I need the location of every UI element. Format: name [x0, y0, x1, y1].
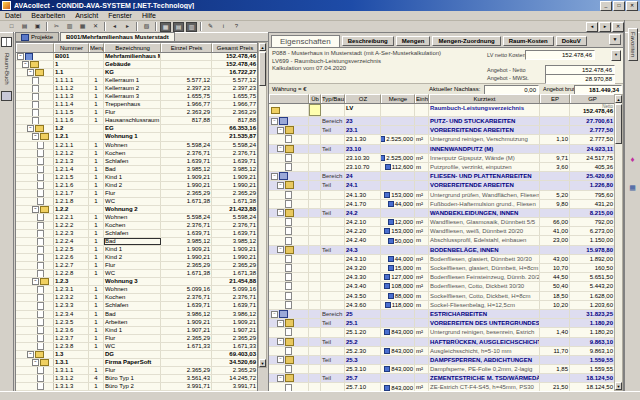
project-tab-2[interactable]: B001/Mehrfamilienhaus Musterstadt: [60, 32, 175, 41]
table-row[interactable]: 1.2.2.11Wohnen5.598,245.598,24: [16, 214, 257, 222]
grid-view-3-icon[interactable]: ▥: [186, 22, 197, 32]
expander-icon[interactable]: −: [27, 125, 34, 132]
lv-row[interactable]: 24.1.7044,000m²Fußboden-Haftemulsion gru…: [269, 200, 614, 209]
table-row[interactable]: 1.2.2.41Bad3.985,123.985,12: [16, 238, 257, 246]
forward-icon[interactable]: ▸: [122, 22, 133, 31]
lv-row[interactable]: −Teil24.1VORBEREITENDE ARBEITEN1.226,80: [269, 181, 614, 190]
lv-row[interactable]: 24.1.30153,000m²Untergrund prüfen, Wandf…: [269, 191, 614, 200]
lv-row[interactable]: −Bereich25ESTRICHARBEITEN31.823,25: [269, 310, 614, 319]
lv-row[interactable]: 24.2.4050,000mAbschlussprofil, Edelstahl…: [269, 236, 614, 245]
lv-row[interactable]: LVRaumbuch-LeistungsverzeichnisNetto152.…: [269, 104, 614, 117]
tab-mengen-zuordnung[interactable]: Mengen-Zuordnung: [432, 36, 500, 46]
table-row[interactable]: 1.2.2.61Kind 21.990,211.990,21: [16, 254, 257, 262]
expander-icon[interactable]: −: [277, 320, 284, 327]
maximize-button[interactable]: □: [613, 1, 625, 11]
table-row[interactable]: 1.2.2.21Kochen2.376,712.376,71: [16, 222, 257, 230]
column-header-kurztext[interactable]: Kurztext: [429, 94, 540, 103]
close-button[interactable]: ✕: [626, 1, 638, 11]
column-header-ep[interactable]: EP: [540, 94, 570, 103]
help-icon[interactable]: ?: [231, 22, 242, 31]
table-row[interactable]: −B001Mehrfamilienhaus Musterstadt152.478…: [16, 53, 257, 61]
table-row[interactable]: 1.2.3.71Flur2.365,292.365,29: [16, 335, 257, 343]
expander-icon[interactable]: −: [277, 145, 284, 152]
delete-icon[interactable]: ✕: [90, 22, 101, 31]
table-row[interactable]: 1.2.2.31Schlafen1.639,711.639,71: [16, 230, 257, 238]
table-row[interactable]: 1.2.1.51Kind 11.909,211.909,21: [16, 174, 257, 182]
menu-datei[interactable]: Datei: [0, 12, 26, 19]
table-row[interactable]: 1.3.1.31Büro Typ 23.991,713.991,71: [16, 383, 257, 391]
lv-row[interactable]: 24.3.1044,000m²Bodenfliesen, glasiert, D…: [269, 255, 614, 264]
lv-row[interactable]: −Teil25.3DAMPFSPERREN, ABDICHTUNGEN1.559…: [269, 356, 614, 365]
expander-icon[interactable]: −: [32, 206, 39, 213]
save-icon[interactable]: ▣: [32, 22, 43, 31]
table-row[interactable]: 1.2.3.61Kind 11.907,211.907,21: [16, 327, 257, 335]
column-header-tree[interactable]: [269, 94, 309, 103]
table-row[interactable]: −1.3.1Firma PaperSoft34.520,69: [16, 359, 257, 367]
grid-view-2-icon[interactable]: ▤: [173, 22, 184, 32]
table-row[interactable]: 1.2.1.21Kochen2.376,712.376,71: [16, 150, 257, 158]
table-row[interactable]: −1.1KG16.722,27: [16, 69, 257, 77]
lv-row[interactable]: 24.3.5088,000mSockelfliesen, Cotto, Dick…: [269, 292, 614, 301]
menu-bearbeiten[interactable]: Bearbeiten: [26, 12, 70, 19]
column-header-typ[interactable]: Typ/Bau: [321, 94, 345, 103]
column-header-einzelpreis[interactable]: Einzel Preis: [161, 43, 212, 52]
filter-icon[interactable]: ▧: [141, 22, 152, 31]
table-row[interactable]: −1.2.3Wohnung 321.454,88: [16, 278, 257, 286]
column-header-tree[interactable]: [16, 43, 54, 52]
lv-row[interactable]: 23.1.302.525,000m²Untergrund reinigen, V…: [269, 135, 614, 144]
table-row[interactable]: −1.2.2Wohnung 221.423,88: [16, 206, 257, 214]
menu-hilfe[interactable]: Hilfe: [137, 12, 161, 19]
grid-icon[interactable]: ▦: [629, 184, 636, 192]
expander-icon[interactable]: −: [27, 351, 34, 358]
table-row[interactable]: 1.2.1.11Wohnen5.598,245.598,24: [16, 142, 257, 150]
column-header-einh[interactable]: Einh.: [415, 94, 429, 103]
lv-row[interactable]: 25.3.10843,000m²Dampfsperre, PE-Folie 0,…: [269, 365, 614, 374]
title-bar[interactable]: AVAcollect - CONDID-AVA-SYSTEM [.NET-Tec…: [0, 0, 640, 11]
expander-icon[interactable]: −: [271, 173, 278, 180]
lv-row[interactable]: −Teil23.1VORBEREITENDE ARBEITEN2.777,50: [269, 126, 614, 135]
table-row[interactable]: 1.1.1.11Kellerraum 15.577,125.577,12: [16, 77, 257, 85]
lv-row[interactable]: 24.3.2015,000mSockelfliesen, glasiert, D…: [269, 264, 614, 273]
expander-icon[interactable]: −: [32, 359, 39, 366]
table-row[interactable]: 1.1.1.51Flur2.363,292.363,29: [16, 109, 257, 117]
lv-row[interactable]: 25.1.20843,000m²Untergrund reinigen, bes…: [269, 328, 614, 337]
lv-row[interactable]: −Teil25.1VORBEREITEN DES UNTERGRUNDES1.1…: [269, 319, 614, 328]
column-header-gesamtpreis[interactable]: Gesamt Preis: [212, 43, 257, 52]
lv-row[interactable]: −Teil25.2HAFTBRÜCKEN, AUSGLEICHSCHICHTEN…: [269, 338, 614, 347]
project-tab-1[interactable]: Projekte: [15, 32, 59, 41]
minimize-button[interactable]: _: [600, 1, 612, 11]
mdi-close-button[interactable]: ✕: [612, 22, 624, 32]
expander-icon[interactable]: −: [32, 278, 39, 285]
tab-beschreibung[interactable]: Beschreibung: [342, 36, 394, 46]
table-row[interactable]: 1.2.3.41Bad3.986,123.986,12: [16, 311, 257, 319]
edit-icon[interactable]: ✎: [205, 22, 216, 31]
table-row[interactable]: 1.1.1.31Kellerraum 31.655,751.655,75: [16, 93, 257, 101]
column-header-nummer[interactable]: Nummer: [54, 43, 89, 52]
lv-row[interactable]: −Teil25.7ZEMENTESTRICHE M. TSD/WÄRMEDÄMM…: [269, 374, 614, 383]
table-row[interactable]: 1.2.1.61Kind 21.990,211.990,21: [16, 182, 257, 190]
column-header-bezeichnung[interactable]: Bezeichnung: [104, 43, 161, 52]
table-row[interactable]: −1.3DG69.403,03: [16, 351, 257, 359]
table-row[interactable]: 1.2.1.31Schlafen1.639,711.639,71: [16, 158, 257, 166]
mdi-next-button[interactable]: ▸: [599, 22, 611, 32]
column-header-ub[interactable]: Üb: [309, 94, 321, 103]
grid-view-1-icon[interactable]: ▦: [160, 22, 171, 32]
table-row[interactable]: 1.3.1.24Büro Typ 13.561,4314.245,72: [16, 375, 257, 383]
expander-icon[interactable]: −: [277, 209, 284, 216]
expander-icon[interactable]: −: [271, 311, 278, 318]
info-icon[interactable]: i: [218, 22, 229, 31]
lv-row[interactable]: −Bereich24FLIESEN- UND PLATTENARBEITEN25…: [269, 172, 614, 181]
expander-icon[interactable]: −: [277, 375, 284, 382]
diamond-icon[interactable]: ♦: [630, 155, 634, 164]
table-row[interactable]: 1.2.3.31Schlafen1.639,711.639,71: [16, 302, 257, 310]
tab-eigenschaften[interactable]: Eigenschaften: [271, 35, 340, 47]
lv-row[interactable]: −Teil24.3BODENBELÄGE, INNEN15.978,80: [269, 246, 614, 255]
table-row[interactable]: 1.2.3.51Arbeiten1.909,211.909,21: [16, 319, 257, 327]
table-row[interactable]: −1Gebäude152.478,46: [16, 61, 257, 69]
table-row[interactable]: 1.1.1.41Treppenhaus1.966,771.966,77: [16, 101, 257, 109]
expander-icon[interactable]: −: [277, 182, 284, 189]
expander-icon[interactable]: −: [277, 338, 284, 345]
expander-icon[interactable]: −: [277, 246, 284, 253]
lv-row[interactable]: 24.3.60118,000mSockel-Fliesenbelag, H=12…: [269, 301, 614, 310]
expander-icon[interactable]: −: [22, 61, 29, 68]
